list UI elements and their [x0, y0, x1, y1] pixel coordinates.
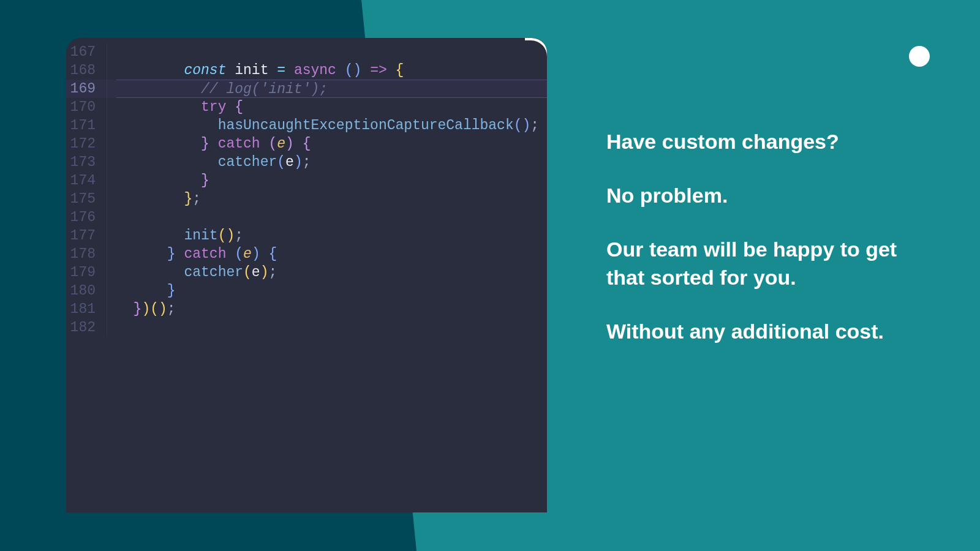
code-content[interactable]	[116, 43, 547, 61]
fold-gutter	[107, 282, 116, 300]
code-line[interactable]: 167	[66, 43, 547, 61]
line-number: 180	[66, 282, 107, 300]
line-number: 168	[66, 61, 107, 80]
line-number: 170	[66, 98, 107, 116]
fold-gutter	[107, 116, 116, 135]
code-line[interactable]: 177 init();	[66, 227, 547, 245]
copy-line-1: Have custom changes?	[606, 127, 925, 156]
code-content[interactable]: catcher(e);	[116, 263, 547, 282]
fold-gutter	[107, 80, 116, 98]
line-number: 182	[66, 318, 107, 337]
code-content[interactable]	[116, 208, 547, 227]
code-content[interactable]: hasUncaughtExceptionCaptureCallback();	[116, 116, 547, 135]
fold-gutter	[107, 208, 116, 227]
decorative-dot-icon	[909, 46, 930, 67]
code-content[interactable]: };	[116, 190, 547, 208]
code-line[interactable]: 174 }	[66, 171, 547, 190]
code-line[interactable]: 180 }	[66, 282, 547, 300]
code-content[interactable]: init();	[116, 227, 547, 245]
fold-gutter	[107, 171, 116, 190]
code-line[interactable]: 176	[66, 208, 547, 227]
line-number: 177	[66, 227, 107, 245]
fold-gutter	[107, 43, 116, 61]
code-content[interactable]: try {	[116, 98, 547, 116]
code-line[interactable]: 173 catcher(e);	[66, 153, 547, 171]
fold-gutter	[107, 61, 116, 80]
line-number: 175	[66, 190, 107, 208]
code-content[interactable]: const init = async () => {	[116, 61, 547, 80]
line-number: 172	[66, 135, 107, 153]
code-content[interactable]: } catch (e) {	[116, 135, 547, 153]
fold-gutter	[107, 98, 116, 116]
code-editor-panel: 167 168 const init = async () => {169 //…	[66, 38, 547, 512]
fold-gutter	[107, 153, 116, 171]
code-line[interactable]: 170 try {	[66, 98, 547, 116]
code-line[interactable]: 171 hasUncaughtExceptionCaptureCallback(…	[66, 116, 547, 135]
fold-gutter	[107, 245, 116, 263]
code-line[interactable]: 178 } catch (e) {	[66, 245, 547, 263]
code-content[interactable]: }	[116, 171, 547, 190]
copy-line-3: Our team will be happy to get that sorte…	[606, 235, 925, 291]
code-content[interactable]: } catch (e) {	[116, 245, 547, 263]
line-number: 169	[66, 80, 107, 98]
code-content[interactable]: })();	[116, 300, 547, 318]
line-number: 178	[66, 245, 107, 263]
copy-line-4: Without any additional cost.	[606, 317, 925, 345]
code-line[interactable]: 172 } catch (e) {	[66, 135, 547, 153]
fold-gutter	[107, 318, 116, 337]
fold-gutter	[107, 227, 116, 245]
code-line[interactable]: 179 catcher(e);	[66, 263, 547, 282]
marketing-copy: Have custom changes? No problem. Our tea…	[606, 127, 925, 371]
fold-gutter	[107, 300, 116, 318]
line-number: 174	[66, 171, 107, 190]
fold-gutter	[107, 263, 116, 282]
code-content[interactable]	[116, 318, 547, 337]
code-line[interactable]: 182	[66, 318, 547, 337]
code-line[interactable]: 168 const init = async () => {	[66, 61, 547, 80]
code-content[interactable]: }	[116, 282, 547, 300]
line-number: 176	[66, 208, 107, 227]
line-number: 167	[66, 43, 107, 61]
code-content[interactable]: // log('init');	[116, 80, 547, 98]
code-line[interactable]: 175 };	[66, 190, 547, 208]
code-line[interactable]: 169 // log('init');	[66, 80, 547, 98]
copy-line-2: No problem.	[606, 181, 925, 209]
line-number: 171	[66, 116, 107, 135]
line-number: 179	[66, 263, 107, 282]
code-line[interactable]: 181 })();	[66, 300, 547, 318]
code-content[interactable]: catcher(e);	[116, 153, 547, 171]
line-number: 173	[66, 153, 107, 171]
fold-gutter	[107, 190, 116, 208]
code-area[interactable]: 167 168 const init = async () => {169 //…	[66, 38, 547, 337]
line-number: 181	[66, 300, 107, 318]
fold-gutter	[107, 135, 116, 153]
